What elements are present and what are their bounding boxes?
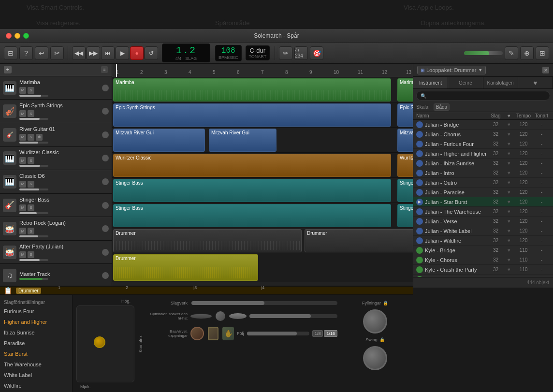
- track-solo-river-guitar[interactable]: S: [28, 134, 34, 141]
- tempo-display[interactable]: 108 BPM/SEC: [215, 45, 242, 61]
- track-lane-wurlitzer[interactable]: Wurlitzer Classic Wurlitzer Classic: [112, 153, 413, 178]
- track-lane-stinger-bass-2[interactable]: Stinger Bass Stinger Bass: [112, 203, 413, 228]
- loops-tab-kanslolaget[interactable]: Känslolägen: [483, 77, 518, 88]
- loop-fav[interactable]: ♥: [504, 160, 514, 166]
- track-pan-epic-synth[interactable]: [102, 108, 109, 115]
- tempo-track-button[interactable]: 🎯: [310, 46, 323, 60]
- timeline-ruler[interactable]: 1 2 3 4 5 6 7 8 9 10 11 12 13 14 15: [112, 64, 413, 77]
- track-solo-wurlitzer[interactable]: S: [28, 157, 34, 164]
- drummer-hog-knob[interactable]: [94, 336, 105, 348]
- loop-fav[interactable]: ♥: [504, 141, 514, 146]
- track-mute-river-guitar[interactable]: M: [19, 134, 26, 141]
- shaker-icon[interactable]: [216, 311, 225, 321]
- clip-stinger-bass-1[interactable]: Stinger Bass: [113, 179, 391, 202]
- clip-wurlitzer-1[interactable]: Wurlitzer Classic: [113, 154, 391, 177]
- track-pan-retro-rock[interactable]: [102, 225, 109, 232]
- track-lane-marimba[interactable]: Marimba Marimba: [112, 77, 413, 102]
- loop-item[interactable]: Kyle - Crash the Party 32 ♥ 110 -: [413, 265, 553, 275]
- loop-fav[interactable]: ♥: [504, 151, 514, 156]
- track-pan-classic-d6[interactable]: [102, 178, 109, 185]
- track-lane-epic-synth[interactable]: Epic Synth Strings Epic Synth Strings: [112, 102, 413, 128]
- clip-river-guitar-2[interactable]: Mitzvah River Gui: [209, 129, 276, 152]
- cycle-button[interactable]: ↺: [145, 46, 158, 60]
- clip-river-guitar-3[interactable]: Mitzvah River Gui: [397, 129, 413, 152]
- loop-item[interactable]: Julian - White Label 32 ♥ 120 -: [413, 226, 553, 236]
- track-lane-drummer-2[interactable]: Drummer: [112, 253, 413, 282]
- bass-slider[interactable]: [247, 332, 309, 335]
- track-mute-classic-d6[interactable]: M: [19, 181, 26, 188]
- track-pan-after-party[interactable]: [102, 249, 109, 256]
- hihat-icon[interactable]: [229, 313, 247, 319]
- position-display[interactable]: 1.2 4/4 SLAG: [162, 44, 210, 62]
- forward-button[interactable]: ▶▶: [87, 46, 100, 60]
- track-options-button[interactable]: ≡: [101, 66, 108, 73]
- clip-marimba-1[interactable]: Marimba: [113, 78, 391, 102]
- key-display[interactable]: C-dur TONART: [246, 45, 270, 60]
- draw-tool-button[interactable]: ✏: [279, 46, 292, 60]
- loop-fav[interactable]: ♥: [504, 122, 514, 127]
- loop-fav[interactable]: ♥: [504, 228, 514, 233]
- snare-icon[interactable]: [208, 327, 218, 340]
- beat-val-2[interactable]: 1/16: [324, 330, 337, 337]
- loops-tab-genre[interactable]: Genre: [448, 77, 483, 88]
- loop-fav[interactable]: ♥: [504, 247, 514, 253]
- clip-drummer-1[interactable]: Drummer: [113, 229, 302, 252]
- track-lane-stinger-bass-1[interactable]: Stinger Bass Stinger Bass: [112, 178, 413, 203]
- fullscreen-button[interactable]: [23, 33, 29, 39]
- loop-fav[interactable]: ♥: [504, 238, 514, 243]
- track-item[interactable]: 🎹 Marimba M S: [0, 76, 112, 100]
- loop-item[interactable]: Kyle - Bridge 32 ♥ 110 -: [413, 246, 553, 255]
- close-button[interactable]: [6, 33, 12, 39]
- track-item[interactable]: 🎹 Wurlitzer Classic M S: [0, 147, 112, 171]
- browser-button[interactable]: ⊕: [520, 46, 534, 60]
- loop-item[interactable]: Julian - Chorus 32 ♥ 120 -: [413, 130, 553, 139]
- track-solo-classic-d6[interactable]: S: [28, 181, 34, 188]
- help-button[interactable]: ?: [19, 46, 33, 60]
- minimize-button[interactable]: [15, 33, 20, 39]
- track-pan-marimba[interactable]: [102, 85, 109, 91]
- track-freeze-river-guitar[interactable]: ❄: [36, 134, 43, 141]
- track-pan-stinger-bass[interactable]: [102, 202, 109, 209]
- loops-package-selector[interactable]: ⊞ Looppaket: Drummer ▼: [417, 66, 486, 74]
- fillningar-knob[interactable]: [363, 309, 387, 334]
- loops-search-bar[interactable]: 🔍: [416, 91, 550, 101]
- record-button[interactable]: ●: [130, 46, 144, 60]
- clip-after-party-1[interactable]: Drummer: [113, 254, 258, 281]
- clip-stinger-bass-3[interactable]: Stinger Bass: [113, 204, 391, 227]
- clip-river-guitar-1[interactable]: Mitzvah River Gui: [113, 129, 205, 152]
- loop-item[interactable]: ▶ Julian - Star Burst 32 ♥ 120 -: [413, 197, 553, 207]
- loop-fav[interactable]: ♥: [504, 131, 514, 137]
- loop-item[interactable]: Kyle - Chorus 32 ♥ 110 -: [413, 255, 553, 265]
- rewind-button[interactable]: ◀◀: [72, 46, 86, 60]
- pattern-item-ibiza-sunrise[interactable]: Ibiza Sunrise: [0, 327, 72, 338]
- loop-fav[interactable]: ♥: [504, 218, 514, 224]
- cymbal-icon-1[interactable]: [189, 314, 212, 319]
- clip-marimba-2[interactable]: Marimba: [397, 78, 413, 102]
- master-volume-slider[interactable]: [464, 51, 503, 55]
- loop-item[interactable]: Julian - Ibiza Sunrise 32 ♥ 120 -: [413, 159, 553, 168]
- loop-item[interactable]: Julian - Wildfire 32 ♥ 120 -: [413, 236, 553, 246]
- loop-item[interactable]: Julian - Verse 32 ♥ 120 -: [413, 217, 553, 226]
- track-item[interactable]: 🎻 Epic Synth Strings M S: [0, 100, 112, 123]
- swing-knob[interactable]: [363, 346, 387, 370]
- drummer-hog-pad[interactable]: [76, 305, 134, 382]
- loop-item[interactable]: Julian - Outro 32 ♥ 120 -: [413, 178, 553, 188]
- track-item[interactable]: 🎹 Classic D6 M S: [0, 170, 112, 194]
- track-mute-wurlitzer[interactable]: M: [19, 157, 26, 164]
- loop-fav[interactable]: ♥: [504, 209, 514, 214]
- slagverk-slider[interactable]: [191, 301, 337, 305]
- track-volume-retro-rock[interactable]: [19, 235, 48, 237]
- clip-drummer-2[interactable]: Drummer: [305, 229, 413, 252]
- clip-stinger-bass-4[interactable]: Stinger Bass: [397, 204, 413, 227]
- pattern-item-wildfire[interactable]: Wildfire: [0, 380, 72, 391]
- loop-item[interactable]: Julian - Higher and Higher 32 ♥ 120 -: [413, 149, 553, 159]
- track-volume-stinger-bass[interactable]: [19, 212, 48, 214]
- track-mute-after-party[interactable]: M: [19, 251, 26, 258]
- track-pan-river-guitar[interactable]: [102, 131, 109, 138]
- loop-fav[interactable]: ♥: [504, 170, 514, 175]
- clip-stinger-bass-2[interactable]: Stinger Bass: [397, 179, 413, 202]
- track-volume-wurlitzer[interactable]: [19, 165, 48, 167]
- loop-item[interactable]: Julian - The Warehouse 32 ♥ 120 -: [413, 207, 553, 217]
- pattern-item-the-warehouse[interactable]: The Warehouse: [0, 359, 72, 370]
- track-item[interactable]: 🎸 Stinger Bass M S: [0, 194, 112, 218]
